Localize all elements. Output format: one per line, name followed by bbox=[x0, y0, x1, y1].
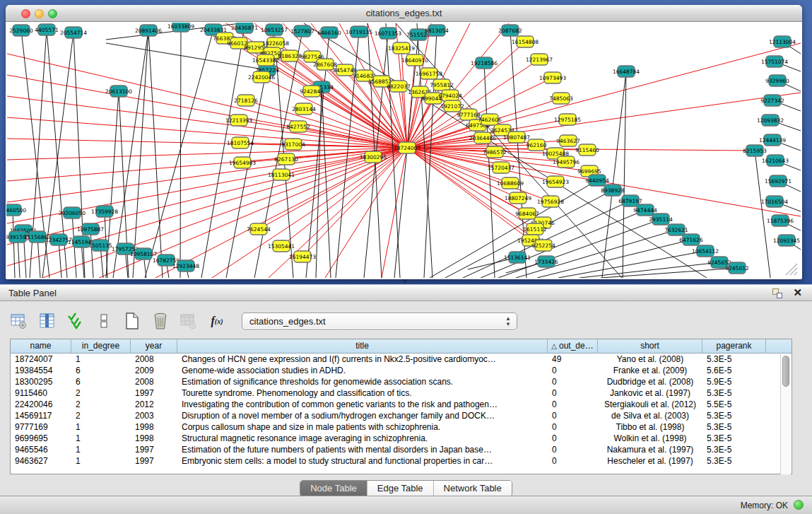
column-header-name[interactable]: name bbox=[11, 339, 71, 353]
table-cell: Stergiakouli et al. (2012) bbox=[598, 399, 702, 410]
canvas-resize-grip[interactable] bbox=[786, 264, 797, 275]
close-icon[interactable]: ✕ bbox=[793, 286, 802, 299]
citation-network-graph[interactable]: 2529060440557120554714208914061603380920… bbox=[6, 23, 801, 278]
memory-ok-indicator-icon bbox=[794, 500, 804, 510]
table-cell: 0 bbox=[548, 399, 598, 410]
graph-node-label: 18724007 bbox=[394, 145, 420, 151]
table-row[interactable]: 1872400712008Changes of HCN gene express… bbox=[11, 354, 792, 365]
graph-node-label: 9463627 bbox=[556, 138, 580, 144]
column-header-short[interactable]: short bbox=[598, 339, 702, 353]
graph-node-label: 15692971 bbox=[765, 178, 792, 185]
table-row[interactable]: 1938455462009Genome-wide association stu… bbox=[11, 365, 792, 376]
graph-node-label: 22420046 bbox=[248, 74, 275, 81]
table-cell: Yano et al. (2008) bbox=[598, 354, 702, 365]
graph-node-label: 12975185 bbox=[554, 117, 581, 123]
graph-node-label: 12213967 bbox=[526, 57, 553, 63]
graph-node-label: 10973493 bbox=[539, 75, 566, 81]
table-row[interactable]: 1830029562008Estimation of significance … bbox=[11, 376, 792, 387]
table-panel-body: f(x) citations_edges.txt ▲▼ namein_degre… bbox=[0, 302, 812, 496]
tab-network-table[interactable]: Network Table bbox=[434, 481, 512, 496]
graph-node-label: 7986572 bbox=[483, 149, 507, 156]
function-builder-icon[interactable]: f(x) bbox=[208, 312, 226, 330]
graph-node-label: 19756928 bbox=[537, 199, 564, 205]
table-cell: 1997 bbox=[131, 455, 177, 467]
column-header-out_de[interactable]: △out_de… bbox=[548, 339, 598, 353]
table-row[interactable]: 969969511998Structural magnetic resonanc… bbox=[11, 433, 792, 444]
dropdown-stepper-icon: ▲▼ bbox=[505, 316, 511, 327]
table-row[interactable]: 1456911722003Disruption of a novel membe… bbox=[11, 410, 792, 421]
panel-splitter-handle[interactable] bbox=[401, 279, 408, 284]
table-cell: 1 bbox=[71, 421, 131, 433]
delete-table-icon[interactable] bbox=[151, 312, 170, 330]
table-row[interactable]: 911546021997Tourette syndrome. Phenomeno… bbox=[11, 387, 792, 399]
column-header-title[interactable]: title bbox=[177, 339, 548, 353]
node-table: namein_degreeyeartitle△out_de…shortpager… bbox=[10, 339, 792, 474]
graph-node-label: 20206050 bbox=[59, 210, 86, 216]
table-cell: Tibbo et al. (1998) bbox=[598, 421, 702, 433]
table-cell: 5.6E-5 bbox=[702, 365, 766, 376]
table-row[interactable]: 2242004622012Investigating the contribut… bbox=[11, 399, 792, 410]
table-row[interactable]: 977716911998Corpus callosum shape and si… bbox=[11, 421, 792, 433]
table-cell: Estimation of the future numbers of pati… bbox=[177, 444, 548, 455]
table-cell: Nakamura et al. (1997) bbox=[598, 444, 702, 455]
table-cell: 2 bbox=[71, 410, 131, 421]
network-canvas[interactable]: 2529060440557120554714208914061603380920… bbox=[6, 23, 801, 278]
table-cell: 1997 bbox=[131, 387, 177, 399]
graph-node-label: 7632621 bbox=[664, 227, 688, 233]
table-row[interactable]: 946362711997Embryonic stem cells: a mode… bbox=[11, 455, 792, 467]
table-scrollbar[interactable] bbox=[780, 354, 791, 474]
graph-node-label: 9440954 bbox=[585, 177, 609, 184]
table-cell: Disruption of a novel member of a sodium… bbox=[177, 410, 548, 421]
graph-node-label: 16194473 bbox=[289, 254, 316, 260]
table-cell: Tourette syndrome. Phenomenology and cla… bbox=[177, 387, 548, 399]
tab-node-table[interactable]: Node Table bbox=[300, 481, 367, 496]
table-column-icon[interactable] bbox=[38, 312, 57, 330]
graph-node-label: 10719135 bbox=[346, 29, 372, 35]
table-cell: Embryonic stem cells: a model to study s… bbox=[177, 455, 548, 467]
table-cell: 6 bbox=[71, 365, 131, 376]
column-header-year[interactable]: year bbox=[131, 339, 177, 353]
graph-node-label: 17359928 bbox=[91, 209, 118, 215]
graph-node-label: 11875396 bbox=[767, 218, 794, 224]
cytoscape-app: citations_edges.txt 25290604405571205547… bbox=[0, 0, 812, 514]
table-cell: 0 bbox=[548, 387, 598, 399]
table-cell: Jankovic et al. (1997) bbox=[598, 387, 702, 399]
table-panel-title: Table Panel bbox=[8, 288, 57, 298]
tab-edge-table[interactable]: Edge Table bbox=[367, 481, 434, 496]
graph-node-label: 12113004 bbox=[769, 39, 796, 45]
status-bar: Memory: OK bbox=[0, 496, 812, 514]
table-cell: 1998 bbox=[131, 433, 177, 444]
graph-node-label: 6879197 bbox=[618, 198, 642, 204]
graph-node-label: 9474444 bbox=[633, 207, 657, 214]
sort-ascending-icon: △ bbox=[551, 342, 557, 350]
graph-node-label: 20554714 bbox=[60, 30, 87, 36]
table-cell: Corpus callosum shape and size in male p… bbox=[177, 421, 548, 433]
graph-node-label: 7955812 bbox=[430, 82, 454, 88]
graph-node-label: 20460500 bbox=[6, 207, 26, 214]
graph-node-label: 15136141 bbox=[504, 255, 531, 261]
table-select-dropdown[interactable]: citations_edges.txt ▲▼ bbox=[242, 313, 517, 330]
table-cell: 6 bbox=[71, 376, 131, 387]
graph-node-label: 10958107 bbox=[130, 251, 157, 257]
column-header-in_degree[interactable]: in_degree bbox=[71, 339, 131, 353]
table-cell: 14569117 bbox=[11, 410, 71, 421]
column-header-pagerank[interactable]: pagerank bbox=[702, 339, 766, 353]
new-table-icon[interactable] bbox=[123, 312, 141, 330]
graph-node-label: 9252254 bbox=[531, 243, 555, 249]
table-cell: Investigating the contribution of common… bbox=[177, 399, 548, 410]
graph-node-label: 15751074 bbox=[761, 59, 788, 65]
table-cell: 5.3E-5 bbox=[702, 421, 766, 433]
table-cell: 5.3E-5 bbox=[702, 387, 766, 399]
graph-node-label: 8822037 bbox=[387, 83, 411, 90]
network-window-titlebar[interactable]: citations_edges.txt bbox=[6, 5, 802, 22]
graph-node-label: 4405571 bbox=[35, 27, 59, 33]
table-cell: 0 bbox=[548, 376, 598, 387]
table-row[interactable]: 946554611997Estimation of the future num… bbox=[11, 444, 792, 455]
graph-node-label: 9699695 bbox=[577, 168, 601, 175]
table-scrollbar-thumb[interactable] bbox=[782, 356, 789, 387]
graph-node-label: 12213393 bbox=[225, 117, 252, 124]
table-settings-icon[interactable] bbox=[10, 312, 28, 330]
unselect-rows-icon[interactable] bbox=[95, 312, 113, 330]
select-all-icon[interactable] bbox=[66, 312, 85, 330]
float-window-icon[interactable] bbox=[772, 288, 782, 298]
